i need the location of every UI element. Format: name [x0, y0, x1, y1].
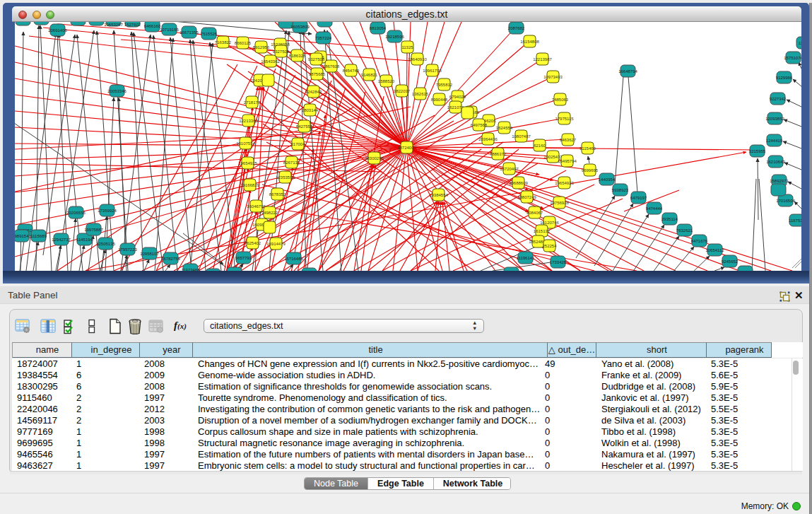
svg-text:16543362: 16543362	[261, 59, 280, 64]
svg-text:16046796: 16046796	[247, 204, 266, 209]
svg-text:8186328: 8186328	[289, 54, 306, 58]
svg-text:8427552: 8427552	[296, 124, 313, 129]
svg-text:3875685: 3875685	[309, 72, 326, 76]
svg-text:7632621: 7632621	[676, 228, 693, 233]
svg-text:7163822: 7163822	[215, 40, 232, 45]
svg-text:16495794: 16495794	[558, 159, 577, 163]
svg-text:9699695: 9699695	[582, 168, 599, 173]
svg-text:10653267: 10653267	[104, 23, 123, 27]
svg-text:16210643: 16210643	[766, 160, 785, 164]
svg-text:9115460: 9115460	[579, 146, 596, 151]
svg-text:20206556: 20206556	[66, 211, 86, 215]
svg-text:9474444: 9474444	[646, 206, 663, 211]
svg-text:20691406: 20691406	[48, 28, 67, 33]
svg-text:8813054: 8813054	[370, 26, 387, 30]
svg-text:17957223: 17957223	[118, 247, 137, 252]
svg-text:6479197: 6479197	[630, 196, 647, 200]
svg-text:252254: 252254	[542, 244, 557, 248]
svg-text:12942737: 12942737	[52, 238, 71, 242]
svg-text:1115689: 1115689	[30, 234, 47, 238]
svg-text:18724007: 18724007	[397, 146, 416, 150]
svg-text:2718176: 2718176	[244, 100, 261, 105]
svg-text:8471676: 8471676	[691, 239, 708, 243]
svg-text:20364436: 20364436	[478, 137, 498, 141]
svg-text:3624554: 3624554	[496, 126, 513, 130]
svg-text:2935114: 2935114	[661, 217, 678, 221]
svg-text:11196141: 11196141	[517, 256, 535, 260]
svg-text:1440954: 1440954	[599, 177, 616, 182]
svg-text:16053809: 16053809	[290, 25, 310, 29]
svg-text:1733426: 1733426	[550, 260, 567, 264]
svg-text:7357224: 7357224	[315, 36, 332, 40]
svg-text:7625402: 7625402	[245, 241, 261, 245]
svg-text:10807487: 10807487	[512, 134, 531, 139]
svg-text:7485063: 7485063	[552, 98, 569, 102]
svg-text:10107554: 10107554	[236, 141, 255, 146]
svg-text:18300295: 18300295	[365, 156, 384, 160]
svg-text:8990448: 8990448	[431, 98, 448, 102]
svg-text:19975887: 19975887	[84, 228, 103, 232]
svg-text:5938923: 5938923	[612, 188, 629, 192]
svg-text:7515526: 7515526	[201, 32, 218, 36]
svg-text:1244419: 1244419	[766, 139, 783, 143]
svg-text:17975115: 17975115	[555, 117, 574, 121]
svg-text:19654925: 19654925	[238, 161, 257, 165]
svg-text:16671355: 16671355	[180, 30, 199, 35]
svg-text:18640910: 18640910	[408, 57, 427, 62]
svg-text:1167531: 1167531	[789, 218, 801, 223]
svg-text:8678352: 8678352	[269, 192, 286, 197]
svg-text:8267130: 8267130	[283, 160, 300, 165]
svg-text:1527602: 1527602	[124, 23, 141, 27]
svg-text:1362615: 1362615	[412, 92, 429, 96]
svg-text:2803144: 2803144	[302, 108, 319, 112]
svg-text:3215955: 3215955	[749, 149, 766, 153]
svg-text:8660125: 8660125	[235, 41, 252, 45]
svg-text:12093852: 12093852	[765, 117, 784, 121]
svg-text:1588520: 1588520	[378, 79, 395, 83]
svg-text:10688609: 10688609	[509, 181, 528, 185]
svg-text:7886372: 7886372	[490, 152, 507, 156]
svg-text:9084067: 9084067	[526, 211, 543, 215]
svg-text:10719155: 10719155	[160, 28, 179, 32]
svg-text:19654923: 19654923	[555, 181, 574, 185]
svg-text:15892971: 15892971	[770, 179, 789, 183]
svg-text:9242843: 9242843	[305, 90, 322, 94]
svg-text:17016504: 17016504	[776, 199, 795, 203]
svg-text:12213363: 12213363	[239, 119, 258, 123]
svg-text:19384554: 19384554	[429, 193, 448, 197]
svg-text:9463627: 9463627	[560, 138, 577, 142]
svg-text:10958107: 10958107	[140, 252, 159, 256]
svg-text:17359924: 17359924	[98, 209, 117, 213]
svg-text:11325: 11325	[401, 45, 413, 49]
svg-text:9227342: 9227342	[770, 97, 787, 101]
svg-text:18807249: 18807249	[517, 195, 536, 199]
svg-text:62160: 62160	[534, 144, 546, 148]
svg-text:9327508: 9327508	[308, 57, 325, 62]
svg-text:19756928: 19756928	[550, 201, 569, 205]
svg-text:11923468: 11923468	[181, 268, 200, 271]
svg-text:8912956: 8912956	[253, 45, 270, 49]
svg-text:3822037: 3822037	[394, 89, 411, 93]
svg-text:9129966: 9129966	[776, 76, 793, 80]
svg-text:9245652: 9245652	[722, 259, 739, 264]
svg-text:9146821: 9146821	[361, 73, 378, 77]
svg-text:9657791: 9657791	[235, 256, 252, 260]
svg-text:12213987: 12213987	[533, 57, 552, 62]
svg-text:9327505: 9327505	[273, 49, 290, 54]
svg-text:19166829: 19166829	[240, 183, 259, 187]
svg-text:1615132: 1615132	[534, 229, 551, 233]
svg-text:1145194: 1145194	[76, 238, 93, 242]
svg-text:16782759: 16782759	[161, 257, 180, 261]
svg-text:989154: 989154	[15, 234, 29, 238]
svg-text:8454749: 8454749	[343, 69, 360, 73]
svg-text:12505135: 12505135	[96, 242, 115, 246]
svg-text:15716485: 15716485	[284, 257, 303, 261]
svg-text:16154808: 16154808	[520, 40, 539, 44]
svg-text:15720407: 15720407	[500, 167, 519, 171]
svg-text:317004: 317004	[290, 142, 305, 146]
svg-text:16648794: 16648794	[618, 69, 637, 74]
svg-text:2087682: 2087682	[508, 26, 525, 30]
svg-text:2867608: 2867608	[323, 64, 340, 69]
svg-text:6497568: 6497568	[471, 123, 488, 127]
svg-text:10961758: 10961758	[423, 69, 442, 73]
